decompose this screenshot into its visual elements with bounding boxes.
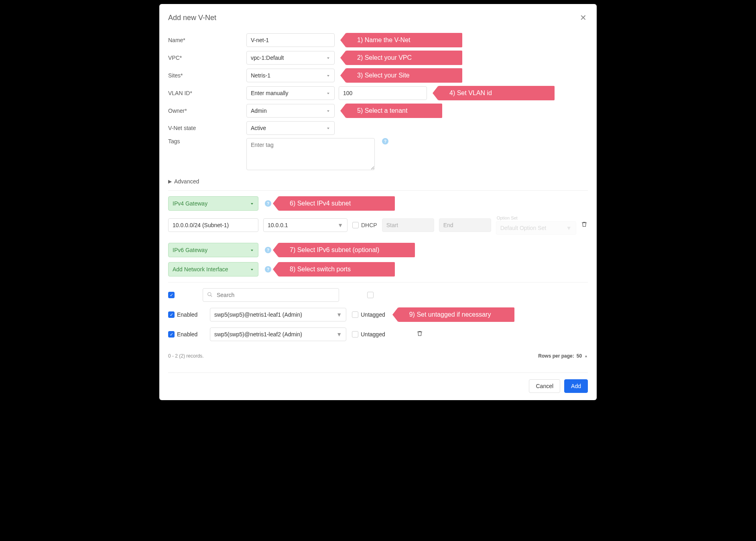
search-input-wrap[interactable] — [203, 288, 339, 302]
advanced-toggle[interactable]: ▶ Advanced — [168, 178, 588, 185]
dialog-header: Add new V-Net ✕ — [168, 13, 588, 22]
label-name: Name* — [168, 37, 242, 43]
subnet-display[interactable]: 10.0.0.0/24 (Subnet-1) — [168, 218, 258, 232]
chevron-down-icon: ▼ — [250, 202, 254, 205]
enabled-checkbox[interactable]: ✓ — [168, 331, 175, 338]
state-select[interactable]: Active ▼ — [246, 121, 335, 135]
vlan-mode-select[interactable]: Enter manually ▼ — [246, 86, 335, 100]
ipv4-gateway-row: IPv4 Gateway ▼ ? 6) Select IPv4 subnet — [168, 196, 588, 211]
owner-value: Admin — [251, 108, 267, 114]
vlan-id-input[interactable] — [339, 86, 427, 100]
label-vlan: VLAN ID* — [168, 90, 242, 96]
enabled-label: Enabled — [177, 331, 197, 338]
chevron-down-icon: ▼ — [326, 92, 330, 95]
option-set-title: Option Set — [497, 216, 576, 220]
vpc-value: vpc-1:Default — [251, 55, 284, 61]
gateway-ip-select[interactable]: 10.0.0.1 ▼ — [263, 218, 348, 232]
ipv6-gateway-row: IPv6 Gateway ▼ ? 7) Select IPv6 subnet (… — [168, 243, 588, 257]
dhcp-checkbox[interactable] — [352, 222, 359, 228]
subnet-value: 10.0.0.0/24 (Subnet-1) — [173, 222, 229, 228]
gateway-ip-value: 10.0.0.1 — [268, 222, 288, 228]
search-icon — [207, 292, 213, 299]
dhcp-end-input: End — [439, 218, 491, 232]
untagged-label: Untagged — [361, 331, 385, 338]
callout-7: 7) Select IPv6 subnet (optional) — [278, 243, 415, 257]
interface-row: ✓ Enabled swp5(swp5)@netris1-leaf2 (Admi… — [168, 327, 588, 341]
add-vnet-dialog: Add new V-Net ✕ Name* 1) Name the V-Net … — [159, 4, 597, 400]
chevron-down-icon: ▼ — [326, 109, 330, 112]
advanced-label: Advanced — [174, 178, 199, 185]
row-name: Name* 1) Name the V-Net — [168, 33, 588, 47]
trash-icon[interactable] — [581, 221, 587, 229]
chevron-down-icon: ▼ — [566, 225, 572, 231]
ipv6-gateway-label: IPv6 Gateway — [173, 247, 207, 253]
chevron-down-icon: ▼ — [326, 74, 330, 77]
rows-per-page[interactable]: Rows per page: 50 ▲ — [538, 353, 588, 359]
row-vpc: VPC* vpc-1:Default ▼ 2) Select your VPC — [168, 51, 588, 65]
chevron-down-icon: ▼ — [326, 56, 330, 59]
row-sites: Sites* Netris-1 ▼ 3) Select your Site — [168, 68, 588, 83]
callout-6: 6) Select IPv4 subnet — [278, 196, 395, 211]
dhcp-start-input: Start — [382, 218, 434, 232]
ipv6-gateway-select[interactable]: IPv6 Gateway ▼ — [168, 243, 258, 257]
callout-1: 1) Name the V-Net — [346, 33, 462, 47]
callout-5: 5) Select a tenant — [346, 104, 442, 118]
chevron-down-icon: ▼ — [250, 248, 254, 252]
option-set-block: Option Set Default Option Set ▼ — [496, 216, 576, 235]
cancel-button[interactable]: Cancel — [529, 379, 560, 393]
search-input[interactable] — [216, 291, 335, 299]
interface-value: swp5(swp5)@netris1-leaf1 (Admin) — [214, 311, 302, 318]
option-set-value: Default Option Set — [500, 225, 546, 231]
trash-icon[interactable] — [417, 330, 423, 338]
chevron-down-icon: ▼ — [336, 311, 342, 318]
records-count: 0 - 2 (2) records. — [168, 353, 204, 359]
triangle-right-icon: ▶ — [168, 179, 172, 184]
owner-select[interactable]: Admin ▼ — [246, 104, 335, 118]
help-icon[interactable]: ? — [265, 200, 271, 207]
label-state: V-Net state — [168, 125, 242, 131]
row-state: V-Net state Active ▼ — [168, 121, 588, 135]
dhcp-label: DHCP — [361, 222, 377, 228]
tags-input[interactable] — [246, 138, 375, 170]
interface-select[interactable]: swp5(swp5)@netris1-leaf1 (Admin) ▼ — [210, 308, 346, 321]
interface-select[interactable]: swp5(swp5)@netris1-leaf2 (Admin) ▼ — [210, 327, 346, 341]
rpp-label: Rows per page: — [538, 353, 574, 359]
select-all-checkbox[interactable]: ✓ — [168, 292, 175, 298]
chevron-down-icon: ▼ — [336, 331, 342, 338]
add-interface-label: Add Network Interface — [173, 266, 228, 273]
ipv4-gateway-select[interactable]: IPv4 Gateway ▼ — [168, 196, 258, 211]
name-input[interactable] — [246, 33, 335, 47]
dialog-title: Add new V-Net — [168, 14, 216, 22]
enabled-label: Enabled — [177, 311, 197, 318]
sites-select[interactable]: Netris-1 ▼ — [246, 69, 335, 82]
svg-point-0 — [208, 292, 211, 295]
interface-search-row: ✓ — [168, 288, 588, 302]
header-untagged-checkbox[interactable] — [367, 292, 374, 298]
add-interface-select[interactable]: Add Network Interface ▼ — [168, 262, 258, 277]
option-set-select: Default Option Set ▼ — [496, 221, 576, 235]
svg-line-1 — [211, 295, 212, 297]
help-icon[interactable]: ? — [382, 138, 388, 144]
untagged-checkbox[interactable] — [352, 331, 358, 338]
label-tags: Tags — [168, 138, 242, 144]
records-footer: 0 - 2 (2) records. Rows per page: 50 ▲ — [168, 353, 588, 359]
dialog-footer: Cancel Add — [168, 372, 588, 393]
chevron-down-icon: ▼ — [250, 268, 254, 271]
callout-9: 9) Set untagged if necessary — [398, 307, 514, 322]
enabled-checkbox[interactable]: ✓ — [168, 311, 175, 318]
untagged-label: Untagged — [361, 311, 385, 318]
help-icon[interactable]: ? — [265, 247, 271, 253]
add-button[interactable]: Add — [564, 379, 588, 393]
row-owner: Owner* Admin ▼ 5) Select a tenant — [168, 104, 588, 118]
help-icon[interactable]: ? — [265, 266, 271, 273]
vpc-select[interactable]: vpc-1:Default ▼ — [246, 51, 335, 65]
close-icon[interactable]: ✕ — [578, 13, 588, 22]
callout-3: 3) Select your Site — [346, 68, 462, 83]
untagged-checkbox[interactable] — [352, 311, 358, 318]
rpp-value: 50 — [577, 353, 582, 359]
label-sites: Sites* — [168, 72, 242, 79]
ipv4-gateway-label: IPv4 Gateway — [173, 200, 207, 207]
vlan-mode-value: Enter manually — [251, 90, 288, 96]
callout-4: 4) Set VLAN id — [438, 86, 555, 100]
chevron-down-icon: ▼ — [326, 126, 330, 130]
